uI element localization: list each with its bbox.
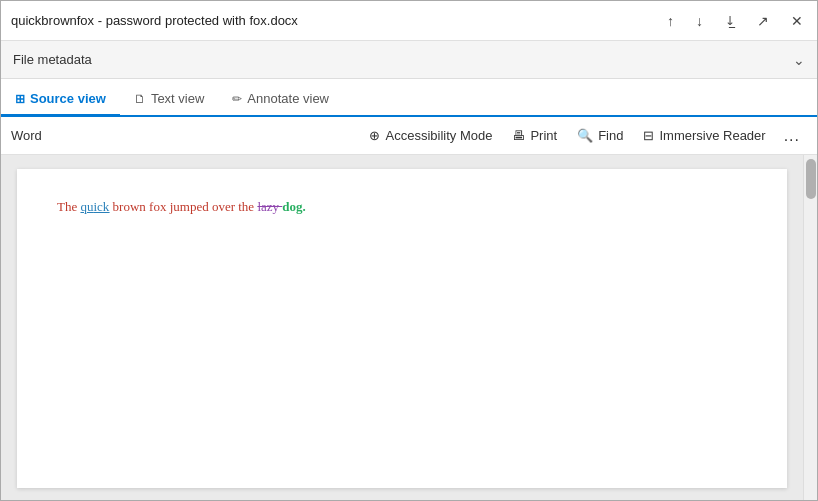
content-area: The quick brown fox jumped over the lazy… — [1, 155, 817, 501]
download-button[interactable]: ↓̲ — [721, 12, 739, 30]
print-icon: 🖶 — [512, 128, 525, 143]
scrollbar[interactable] — [803, 155, 817, 501]
title-bar-controls: ↑ ↓ ↓̲ ↗ ✕ — [663, 11, 807, 31]
tab-annotate-view-label: Annotate view — [247, 91, 329, 106]
accessibility-label: Accessibility Mode — [385, 128, 492, 143]
metadata-bar[interactable]: File metadata ⌄ — [1, 41, 817, 79]
document-text: The quick brown fox jumped over the lazy… — [57, 199, 747, 215]
metadata-label: File metadata — [13, 52, 92, 67]
accessibility-icon: ⊕ — [369, 128, 380, 143]
scrollbar-thumb[interactable] — [806, 159, 816, 199]
toolbar-word-label: Word — [11, 128, 42, 143]
more-options-button[interactable]: ... — [777, 122, 807, 150]
print-button[interactable]: 🖶 Print — [503, 123, 566, 148]
text-view-icon: 🗋 — [134, 92, 146, 106]
source-view-icon: ⊞ — [15, 92, 25, 106]
toolbar: Word ⊕ Accessibility Mode 🖶 Print 🔍 Find… — [1, 117, 817, 155]
find-button[interactable]: 🔍 Find — [568, 123, 632, 148]
scroll-up-button[interactable]: ↑ — [663, 11, 678, 31]
immersive-reader-icon: ⊟ — [643, 128, 654, 143]
text-quick: quick — [80, 199, 109, 214]
document-wrapper: The quick brown fox jumped over the lazy… — [1, 155, 803, 501]
metadata-chevron-icon[interactable]: ⌄ — [793, 52, 805, 68]
text-dog: dog. — [282, 199, 305, 214]
find-label: Find — [598, 128, 623, 143]
text-lazy: lazy — [257, 199, 282, 214]
tab-source-view-label: Source view — [30, 91, 106, 106]
text-brown: brown fox jumped over — [109, 199, 238, 214]
immersive-label: Immersive Reader — [659, 128, 765, 143]
annotate-view-icon: ✏ — [232, 92, 242, 106]
window-title: quickbrownfox - password protected with … — [11, 13, 663, 28]
tab-text-view[interactable]: 🗋 Text view — [120, 83, 218, 117]
immersive-reader-button[interactable]: ⊟ Immersive Reader — [634, 123, 774, 148]
print-label: Print — [530, 128, 557, 143]
close-button[interactable]: ✕ — [787, 11, 807, 31]
tab-text-view-label: Text view — [151, 91, 204, 106]
tab-source-view[interactable]: ⊞ Source view — [1, 83, 120, 117]
document-page: The quick brown fox jumped over the lazy… — [17, 169, 787, 488]
text-the2: the — [238, 199, 257, 214]
tab-annotate-view[interactable]: ✏ Annotate view — [218, 83, 343, 117]
expand-button[interactable]: ↗ — [753, 11, 773, 31]
scroll-down-button[interactable]: ↓ — [692, 11, 707, 31]
find-icon: 🔍 — [577, 128, 593, 143]
more-options-label: ... — [784, 127, 800, 145]
accessibility-mode-button[interactable]: ⊕ Accessibility Mode — [360, 123, 501, 148]
title-bar: quickbrownfox - password protected with … — [1, 1, 817, 41]
toolbar-actions: ⊕ Accessibility Mode 🖶 Print 🔍 Find ⊟ Im… — [360, 122, 807, 150]
text-the: The — [57, 199, 80, 214]
tabs-bar: ⊞ Source view 🗋 Text view ✏ Annotate vie… — [1, 79, 817, 117]
